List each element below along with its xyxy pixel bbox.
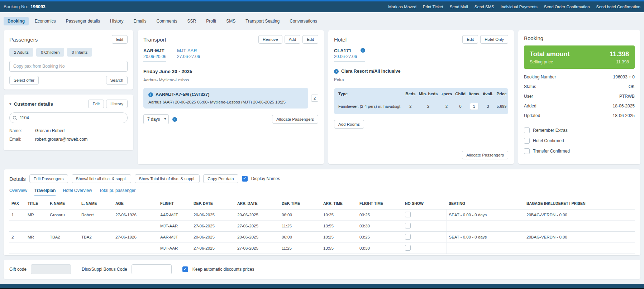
cell-arr-date: 20-06-2025 <box>235 209 280 221</box>
infants-chip[interactable]: 0 Infants <box>67 48 92 57</box>
transport-allocate-passengers-button[interactable]: Allocate Passengers <box>272 115 318 124</box>
edit-passengers-button[interactable]: Edit Passengers <box>29 174 68 183</box>
cell-flight: AAR-MJT <box>158 209 191 221</box>
customer-edit-button[interactable]: Edit <box>88 100 104 108</box>
disc-code-input[interactable] <box>132 264 172 274</box>
col-pax: PAX <box>9 198 25 209</box>
customer-search-input[interactable] <box>9 112 128 123</box>
tab-conversations[interactable]: Conversations <box>286 17 321 25</box>
tab-emails[interactable]: Emails <box>129 17 150 25</box>
total-amount-label: Total amount <box>530 50 570 58</box>
tab-comments[interactable]: Comments <box>152 17 181 25</box>
no-show-checkbox[interactable] <box>405 245 411 251</box>
hotel-edit-button[interactable]: Edit <box>462 35 478 44</box>
display-names-checkbox[interactable] <box>242 176 248 182</box>
cell-flight-time: 03:25 <box>357 232 403 243</box>
keep-auto-discounts-checkbox[interactable] <box>182 266 188 272</box>
tab-economics[interactable]: Economics <box>31 17 60 25</box>
copy-pnr-data-button[interactable]: Copy Pnr data <box>203 174 238 183</box>
tab-sms[interactable]: SMS <box>222 17 239 25</box>
hotel-name-text: Clara Resort m/All Inclusive <box>341 69 400 74</box>
mark-as-moved-action[interactable]: Mark as Moved <box>388 5 416 9</box>
info-icon[interactable]: i <box>148 92 153 97</box>
transport-remove-button[interactable]: Remove <box>258 35 282 44</box>
booking-no-value: 196093 <box>30 4 46 9</box>
transport-add-button[interactable]: Add <box>285 35 300 44</box>
col-no-show: NO-SHOW <box>403 198 447 209</box>
add-rooms-button[interactable]: Add Rooms <box>334 120 364 129</box>
hotel-allocate-passengers-button[interactable]: Allocate Passengers <box>462 151 508 159</box>
select-offer-button[interactable]: Select offer <box>9 76 39 85</box>
children-chip[interactable]: 0 Children <box>36 48 64 57</box>
tab-ssr[interactable]: SSR <box>183 17 200 25</box>
cell-dep-time: 11:25 <box>280 221 321 232</box>
print-ticket-action[interactable]: Print Ticket <box>423 5 443 9</box>
route-tab-code: AAR-MJT <box>143 48 166 53</box>
tab-booking[interactable]: Booking <box>4 17 29 25</box>
flight-option[interactable]: i AARMJT-A7-5M (CAT327) Aarhus (AAR) 20-… <box>143 88 308 109</box>
send-sms-action[interactable]: Send SMS <box>474 5 494 9</box>
remember-extras-label: Remember Extras <box>533 128 568 133</box>
send-hotel-confirmation-action[interactable]: Send hotel Confirmation <box>596 5 640 9</box>
show-hide-disc-button[interactable]: Show/Hide all disc. & suppl. <box>72 174 131 183</box>
show-total-disc-button[interactable]: Show Total list of disc. & suppl. <box>135 174 200 183</box>
subtab-hotel-overview[interactable]: Hotel Overview <box>63 188 92 196</box>
room-col-avail: Avail. <box>481 88 495 100</box>
travelplan-row: 1 MR Grosaru Robert 27-06-1926 AAR-MJT 2… <box>9 209 635 221</box>
no-show-checkbox[interactable] <box>405 212 411 217</box>
room-col-items: Items <box>467 88 481 100</box>
hotel-only-button[interactable]: Hotel Only <box>480 35 508 44</box>
hotel-confirmed-checkbox[interactable] <box>524 138 530 144</box>
send-mail-action[interactable]: Send Mail <box>450 5 468 9</box>
cell-fname <box>48 243 79 254</box>
cell-lname <box>79 243 113 254</box>
no-show-checkbox[interactable] <box>405 223 411 228</box>
disc-code-label: Disc/Suppl Bonus Code <box>82 267 127 272</box>
subtab-total-pr-passenger[interactable]: Total pr. passenger <box>99 188 135 196</box>
no-show-checkbox[interactable] <box>405 234 411 240</box>
route-tab-return[interactable]: MJT-AAR 27.06-27.06 <box>177 48 200 62</box>
transfer-confirmed-checkbox[interactable] <box>524 148 530 154</box>
route-tab-outbound[interactable]: AAR-MJT 20.06-20.06 <box>143 48 166 62</box>
customer-history-button[interactable]: History <box>106 100 128 108</box>
search-icon <box>13 115 17 122</box>
tab-history[interactable]: History <box>106 17 127 25</box>
room-col-price: Price <box>495 88 508 100</box>
cell-age <box>113 221 158 232</box>
adults-chip[interactable]: 2 Adults <box>9 48 33 57</box>
tab-transport-seating[interactable]: Transport Seating <box>242 17 283 25</box>
room-items-input[interactable] <box>470 103 478 110</box>
passenger-search-button[interactable]: Search <box>106 76 128 85</box>
duration-row: 7 days i Allocate Passengers <box>143 114 318 124</box>
tab-profit[interactable]: Profit <box>202 17 220 25</box>
room-type-cell: Familievær. (2-4 pers) m. havudsigt <box>334 100 404 114</box>
individual-payments-action[interactable]: Individual Payments <box>501 5 538 9</box>
email-label: Email: <box>9 137 35 142</box>
travelplan-table: PAX TITLE F. NAME L. NAME AGE FLIGHT DEP… <box>9 198 635 254</box>
customer-email-value: robert.grosaru@roweb.com <box>35 137 87 142</box>
remember-extras-checkbox[interactable] <box>524 127 530 133</box>
tab-passenger-details[interactable]: Passenger details <box>62 17 104 25</box>
duration-info-icon[interactable]: i <box>172 117 177 122</box>
customer-details-title: Customer details <box>14 101 53 107</box>
subtab-overview[interactable]: Overview <box>9 188 27 196</box>
customer-details-header[interactable]: ▾ Customer details <box>9 101 53 107</box>
hotel-tab[interactable]: CLA171 20.06-27.06 i <box>334 48 365 62</box>
updated-field: Updated 18-06-2025 <box>524 113 635 118</box>
hotel-info-icon[interactable]: i <box>334 69 339 74</box>
copy-pax-input[interactable] <box>9 61 128 72</box>
room-col-child: Child <box>454 88 467 100</box>
transport-edit-button[interactable]: Edit <box>302 35 318 44</box>
cell-bagage <box>524 221 635 232</box>
duration-select[interactable]: 7 days <box>143 114 169 124</box>
transfer-confirmed-row: Transfer Confirmed <box>524 148 635 154</box>
room-table: Type Beds Min. beds +pers Child Items Av… <box>334 88 508 114</box>
booking-number-field: Booking Number 196093 + 0 <box>524 74 635 80</box>
subtab-travelplan[interactable]: Travelplan <box>34 188 56 196</box>
passengers-edit-button[interactable]: Edit <box>112 35 128 44</box>
send-order-confirmation-action[interactable]: Send Order Confirmation <box>544 5 590 9</box>
room-avail-cell: 3 <box>481 100 495 114</box>
hotel-tab-info-icon[interactable]: i <box>361 48 365 53</box>
cell-arr-time: 10:25 <box>321 232 357 243</box>
total-amount-value: 11.398 <box>610 50 629 58</box>
